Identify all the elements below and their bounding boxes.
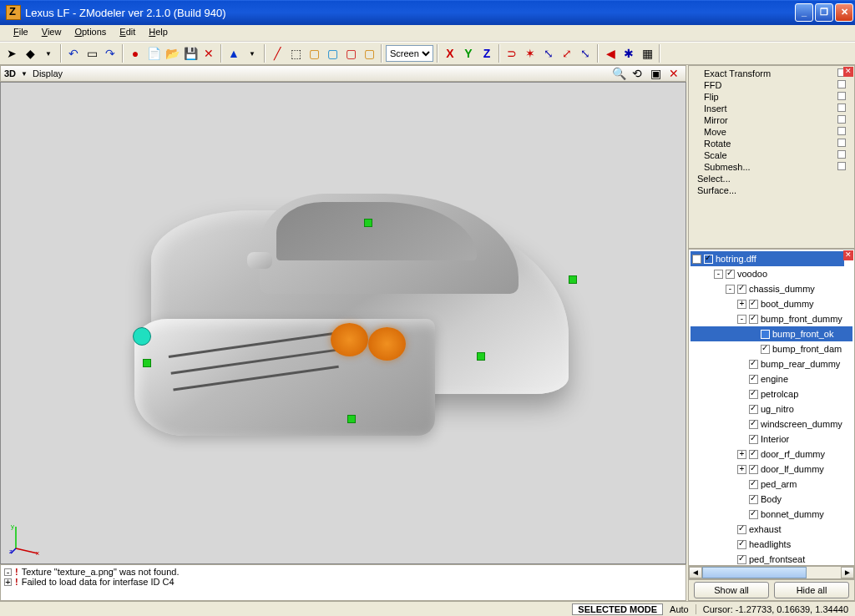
record-icon[interactable]: ● — [127, 45, 144, 62]
expand-icon[interactable]: - — [4, 568, 12, 576]
snap-icon[interactable]: ✶ — [522, 45, 539, 62]
menu-file[interactable]: File — [7, 25, 35, 41]
menu-view[interactable]: View — [35, 25, 68, 41]
tree-node[interactable]: Body — [691, 492, 852, 507]
gizmo-point[interactable] — [347, 415, 356, 423]
tree-node[interactable]: exhaust — [691, 522, 852, 537]
cube-tool-icon[interactable]: ⬚ — [287, 45, 304, 62]
modify-item[interactable]: Surface... — [694, 184, 849, 196]
modify-item[interactable]: Rotate — [694, 138, 849, 149]
modify-item[interactable]: Flip — [694, 91, 849, 103]
modify-item[interactable]: Move — [694, 126, 849, 138]
gizmo-point[interactable] — [477, 352, 485, 361]
box-tool-icon[interactable]: ▢ — [306, 45, 322, 62]
tree-node[interactable]: +boot_dummy — [691, 296, 852, 311]
tree-node[interactable]: headlights — [691, 537, 852, 552]
tree-node[interactable]: windscreen_dummy — [691, 417, 852, 432]
maximize-vp-icon[interactable]: ✕ — [665, 65, 682, 82]
pan-icon[interactable]: ⟲ — [629, 65, 645, 82]
minimize-button[interactable]: _ — [795, 3, 813, 22]
redo-icon[interactable]: ↷ — [102, 45, 119, 62]
tree-node[interactable]: engine — [691, 371, 852, 386]
select-mode-icon[interactable]: ◀ — [602, 45, 619, 62]
tree-node[interactable]: ped_arm — [691, 477, 852, 492]
modify-item[interactable]: Submesh... — [694, 161, 849, 173]
doc-icon[interactable]: ▭ — [83, 45, 100, 62]
marker-icon[interactable]: ▲ — [225, 45, 242, 62]
show-all-button[interactable]: Show all — [694, 582, 769, 598]
close-button[interactable]: ✕ — [835, 3, 853, 22]
vp-drop-icon[interactable]: ▼ — [21, 70, 28, 78]
scroll-thumb[interactable] — [702, 567, 807, 578]
hierarchy-scrollbar[interactable]: ◄ ► — [688, 566, 855, 579]
panel-close-icon[interactable]: ✕ — [843, 250, 853, 260]
delete-icon[interactable]: ✕ — [200, 45, 217, 62]
tree-node[interactable]: -bump_front_dummy — [691, 311, 852, 326]
region-icon[interactable]: ▣ — [647, 65, 664, 82]
undo-icon[interactable]: ↶ — [65, 45, 82, 62]
snap4-icon[interactable]: ⤡ — [577, 45, 594, 62]
modify-item[interactable]: Insert — [694, 103, 849, 114]
menu-help[interactable]: Help — [142, 25, 175, 41]
status-mode[interactable]: SELECTED MODE — [572, 603, 663, 615]
modify-item[interactable]: Mirror — [694, 114, 849, 126]
menu-options[interactable]: Options — [68, 25, 113, 41]
status-auto[interactable]: Auto — [663, 604, 696, 614]
status-bar: SELECTED MODE Auto Cursor: -1.27733, 0.1… — [0, 601, 855, 616]
panel-close-icon[interactable]: ✕ — [843, 67, 853, 77]
modify-item[interactable]: FFD — [694, 79, 849, 91]
save-file-icon[interactable]: 💾 — [182, 45, 199, 62]
new-file-icon[interactable]: 📄 — [145, 45, 162, 62]
tree-node[interactable]: bump_front_ok — [691, 326, 852, 341]
3d-viewport[interactable]: y x z — [0, 82, 686, 564]
tree-node[interactable]: bump_front_dam — [691, 341, 852, 356]
magnet-icon[interactable]: ⊃ — [503, 45, 520, 62]
expand-icon[interactable]: + — [4, 578, 12, 586]
snap3-icon[interactable]: ⤢ — [559, 45, 575, 62]
drop-icon[interactable]: ▼ — [40, 45, 57, 62]
gizmo-handle[interactable] — [133, 327, 151, 346]
select-add-icon[interactable]: ◆ — [22, 45, 38, 62]
gizmo-point[interactable] — [143, 359, 151, 367]
face-tool-icon[interactable]: ▢ — [342, 45, 359, 62]
menu-edit[interactable]: Edit — [113, 25, 142, 41]
tree-node[interactable]: -voodoo — [691, 266, 852, 281]
maximize-button[interactable]: ❐ — [815, 3, 833, 22]
viewport-type[interactable]: 3D — [4, 68, 16, 78]
axis-y-icon[interactable]: Y — [460, 45, 477, 62]
tree-node[interactable]: ug_nitro — [691, 401, 852, 417]
hierarchy-panel[interactable]: ✕ -hotring.dff-voodoo-chassis_dummy+boot… — [688, 249, 855, 566]
message-log[interactable]: -!Texture "texture_a.png" was not found.… — [0, 564, 686, 601]
coord-select[interactable]: Screen — [386, 45, 433, 62]
snap2-icon[interactable]: ⤡ — [540, 45, 557, 62]
gizmo-point[interactable] — [569, 275, 577, 284]
open-file-icon[interactable]: 📂 — [164, 45, 180, 62]
tree-node[interactable]: Interior — [691, 432, 852, 447]
tree-node[interactable]: ped_frontseat — [691, 552, 852, 566]
shape-tool-icon[interactable]: ▢ — [324, 45, 341, 62]
zoom-icon[interactable]: 🔍 — [610, 65, 627, 82]
gizmo-point[interactable] — [364, 219, 372, 227]
drop2-icon[interactable]: ▼ — [244, 45, 261, 62]
tree-node[interactable]: +door_lf_dummy — [691, 462, 852, 477]
scroll-left-icon[interactable]: ◄ — [689, 567, 702, 578]
modify-item[interactable]: Exact Transform — [694, 68, 849, 79]
axis-z-icon[interactable]: Z — [478, 45, 495, 62]
modify-item[interactable]: Scale — [694, 149, 849, 161]
tree-node[interactable]: bump_rear_dummy — [691, 356, 852, 371]
modify-item[interactable]: Select... — [694, 173, 849, 184]
scroll-right-icon[interactable]: ► — [841, 567, 854, 578]
hide-all-button[interactable]: Hide all — [774, 582, 849, 598]
grid-icon[interactable]: ▦ — [639, 45, 655, 62]
line-tool-icon[interactable]: ╱ — [269, 45, 286, 62]
tree-node[interactable]: bonnet_dummy — [691, 507, 852, 522]
axis-x-icon[interactable]: X — [442, 45, 458, 62]
poly-tool-icon[interactable]: ▢ — [361, 45, 377, 62]
char-icon[interactable]: ✱ — [620, 45, 637, 62]
tree-node[interactable]: petrolcap — [691, 386, 852, 401]
viewport-display-label[interactable]: Display — [33, 68, 63, 78]
tree-node[interactable]: -chassis_dummy — [691, 281, 852, 296]
tree-root[interactable]: -hotring.dff — [691, 251, 844, 266]
tree-node[interactable]: +door_rf_dummy — [691, 447, 852, 462]
arrow-tool-icon[interactable]: ➤ — [3, 45, 20, 62]
